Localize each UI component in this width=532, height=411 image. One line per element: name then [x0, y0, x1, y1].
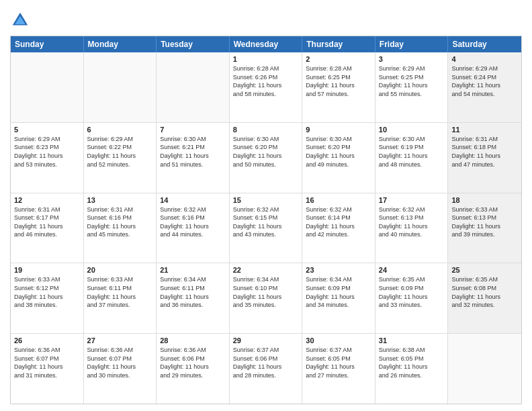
cell-info: Sunrise: 6:34 AM Sunset: 6:10 PM Dayligh…: [233, 275, 299, 309]
calendar-cell: 11Sunrise: 6:31 AM Sunset: 6:18 PM Dayli…: [448, 123, 521, 193]
cell-info: Sunrise: 6:32 AM Sunset: 6:16 PM Dayligh…: [160, 205, 226, 239]
day-number: 24: [379, 266, 445, 274]
calendar-cell: 20Sunrise: 6:33 AM Sunset: 6:11 PM Dayli…: [84, 263, 157, 333]
calendar-row: 5Sunrise: 6:29 AM Sunset: 6:23 PM Daylig…: [11, 122, 521, 193]
calendar-cell: 19Sunrise: 6:33 AM Sunset: 6:12 PM Dayli…: [11, 263, 84, 333]
day-number: 27: [87, 336, 153, 345]
cell-info: Sunrise: 6:29 AM Sunset: 6:25 PM Dayligh…: [379, 64, 445, 98]
calendar-cell: 12Sunrise: 6:31 AM Sunset: 6:17 PM Dayli…: [11, 193, 84, 263]
header-day-thursday: Thursday: [302, 36, 375, 52]
day-number: 8: [233, 126, 299, 134]
calendar-cell: [157, 52, 230, 122]
calendar-cell: 26Sunrise: 6:36 AM Sunset: 6:07 PM Dayli…: [11, 334, 84, 404]
cell-info: Sunrise: 6:28 AM Sunset: 6:26 PM Dayligh…: [233, 64, 299, 98]
calendar-cell: 31Sunrise: 6:38 AM Sunset: 6:05 PM Dayli…: [375, 334, 449, 404]
day-number: 17: [379, 196, 445, 204]
calendar-cell: 9Sunrise: 6:30 AM Sunset: 6:20 PM Daylig…: [302, 123, 375, 193]
calendar-cell: 10Sunrise: 6:30 AM Sunset: 6:19 PM Dayli…: [375, 123, 449, 193]
calendar-cell: 6Sunrise: 6:29 AM Sunset: 6:22 PM Daylig…: [84, 123, 157, 193]
cell-info: Sunrise: 6:37 AM Sunset: 6:05 PM Dayligh…: [306, 346, 371, 379]
day-number: 19: [14, 266, 80, 274]
day-number: 12: [14, 196, 80, 204]
header-day-wednesday: Wednesday: [230, 36, 303, 52]
calendar-cell: 15Sunrise: 6:32 AM Sunset: 6:15 PM Dayli…: [230, 193, 303, 263]
cell-info: Sunrise: 6:36 AM Sunset: 6:06 PM Dayligh…: [160, 346, 226, 379]
cell-info: Sunrise: 6:33 AM Sunset: 6:12 PM Dayligh…: [14, 275, 80, 309]
cell-info: Sunrise: 6:29 AM Sunset: 6:24 PM Dayligh…: [451, 64, 518, 98]
header-day-monday: Monday: [84, 36, 157, 52]
cell-info: Sunrise: 6:29 AM Sunset: 6:22 PM Dayligh…: [87, 135, 153, 169]
day-number: 14: [160, 196, 226, 204]
calendar-cell: 4Sunrise: 6:29 AM Sunset: 6:24 PM Daylig…: [448, 52, 521, 122]
calendar-cell: [11, 52, 84, 122]
cell-info: Sunrise: 6:33 AM Sunset: 6:11 PM Dayligh…: [87, 275, 153, 309]
cell-info: Sunrise: 6:32 AM Sunset: 6:13 PM Dayligh…: [379, 205, 445, 239]
calendar-cell: [84, 52, 157, 122]
header-day-saturday: Saturday: [448, 36, 521, 52]
day-number: 22: [233, 266, 299, 274]
calendar-cell: 23Sunrise: 6:34 AM Sunset: 6:09 PM Dayli…: [302, 263, 375, 333]
cell-info: Sunrise: 6:35 AM Sunset: 6:08 PM Dayligh…: [451, 275, 518, 309]
cell-info: Sunrise: 6:31 AM Sunset: 6:16 PM Dayligh…: [87, 205, 153, 239]
cell-info: Sunrise: 6:32 AM Sunset: 6:14 PM Dayligh…: [306, 205, 371, 239]
calendar-cell: 17Sunrise: 6:32 AM Sunset: 6:13 PM Dayli…: [375, 193, 449, 263]
calendar-row: 19Sunrise: 6:33 AM Sunset: 6:12 PM Dayli…: [11, 263, 521, 333]
cell-info: Sunrise: 6:30 AM Sunset: 6:20 PM Dayligh…: [233, 135, 299, 169]
cell-info: Sunrise: 6:28 AM Sunset: 6:25 PM Dayligh…: [306, 64, 371, 98]
header-day-sunday: Sunday: [11, 36, 84, 52]
header: [10, 7, 522, 30]
calendar-cell: 24Sunrise: 6:35 AM Sunset: 6:09 PM Dayli…: [375, 263, 449, 333]
cell-info: Sunrise: 6:32 AM Sunset: 6:15 PM Dayligh…: [233, 205, 299, 239]
cell-info: Sunrise: 6:29 AM Sunset: 6:23 PM Dayligh…: [14, 135, 80, 169]
calendar-cell: [448, 334, 521, 404]
calendar-cell: 18Sunrise: 6:33 AM Sunset: 6:13 PM Dayli…: [448, 193, 521, 263]
day-number: 29: [233, 336, 299, 345]
cell-info: Sunrise: 6:34 AM Sunset: 6:09 PM Dayligh…: [306, 275, 371, 309]
calendar-row: 12Sunrise: 6:31 AM Sunset: 6:17 PM Dayli…: [11, 193, 521, 263]
calendar-row: 1Sunrise: 6:28 AM Sunset: 6:26 PM Daylig…: [11, 52, 521, 122]
page: SundayMondayTuesdayWednesdayThursdayFrid…: [0, 0, 532, 411]
calendar-cell: 5Sunrise: 6:29 AM Sunset: 6:23 PM Daylig…: [11, 123, 84, 193]
day-number: 26: [14, 336, 80, 345]
day-number: 1: [233, 55, 299, 63]
calendar-cell: 22Sunrise: 6:34 AM Sunset: 6:10 PM Dayli…: [230, 263, 303, 333]
cell-info: Sunrise: 6:35 AM Sunset: 6:09 PM Dayligh…: [379, 275, 445, 309]
calendar-cell: 21Sunrise: 6:34 AM Sunset: 6:11 PM Dayli…: [157, 263, 230, 333]
day-number: 18: [451, 196, 518, 204]
day-number: 6: [87, 126, 153, 134]
day-number: 11: [451, 126, 518, 134]
header-day-friday: Friday: [375, 36, 449, 52]
day-number: 10: [379, 126, 445, 134]
day-number: 7: [160, 126, 226, 134]
cell-info: Sunrise: 6:33 AM Sunset: 6:13 PM Dayligh…: [451, 205, 518, 239]
calendar-cell: 27Sunrise: 6:36 AM Sunset: 6:07 PM Dayli…: [84, 334, 157, 404]
calendar-cell: 29Sunrise: 6:37 AM Sunset: 6:06 PM Dayli…: [230, 334, 303, 404]
day-number: 13: [87, 196, 153, 204]
calendar: SundayMondayTuesdayWednesdayThursdayFrid…: [10, 36, 522, 404]
day-number: 20: [87, 266, 153, 274]
cell-info: Sunrise: 6:34 AM Sunset: 6:11 PM Dayligh…: [160, 275, 226, 309]
header-day-tuesday: Tuesday: [157, 36, 230, 52]
calendar-cell: 7Sunrise: 6:30 AM Sunset: 6:21 PM Daylig…: [157, 123, 230, 193]
day-number: 2: [306, 55, 371, 63]
logo: [10, 10, 33, 30]
cell-info: Sunrise: 6:38 AM Sunset: 6:05 PM Dayligh…: [379, 346, 445, 379]
calendar-cell: 30Sunrise: 6:37 AM Sunset: 6:05 PM Dayli…: [302, 334, 375, 404]
cell-info: Sunrise: 6:37 AM Sunset: 6:06 PM Dayligh…: [233, 346, 299, 379]
day-number: 23: [306, 266, 371, 274]
day-number: 25: [451, 266, 518, 274]
day-number: 4: [451, 55, 518, 63]
calendar-cell: 25Sunrise: 6:35 AM Sunset: 6:08 PM Dayli…: [448, 263, 521, 333]
calendar-body: 1Sunrise: 6:28 AM Sunset: 6:26 PM Daylig…: [11, 52, 521, 404]
cell-info: Sunrise: 6:30 AM Sunset: 6:21 PM Dayligh…: [160, 135, 226, 169]
day-number: 5: [14, 126, 80, 134]
cell-info: Sunrise: 6:30 AM Sunset: 6:19 PM Dayligh…: [379, 135, 445, 169]
cell-info: Sunrise: 6:30 AM Sunset: 6:20 PM Dayligh…: [306, 135, 371, 169]
day-number: 9: [306, 126, 371, 134]
day-number: 30: [306, 336, 371, 345]
day-number: 31: [379, 336, 445, 345]
calendar-cell: 1Sunrise: 6:28 AM Sunset: 6:26 PM Daylig…: [230, 52, 303, 122]
cell-info: Sunrise: 6:31 AM Sunset: 6:17 PM Dayligh…: [14, 205, 80, 239]
cell-info: Sunrise: 6:31 AM Sunset: 6:18 PM Dayligh…: [451, 135, 518, 169]
logo-icon: [10, 10, 30, 30]
